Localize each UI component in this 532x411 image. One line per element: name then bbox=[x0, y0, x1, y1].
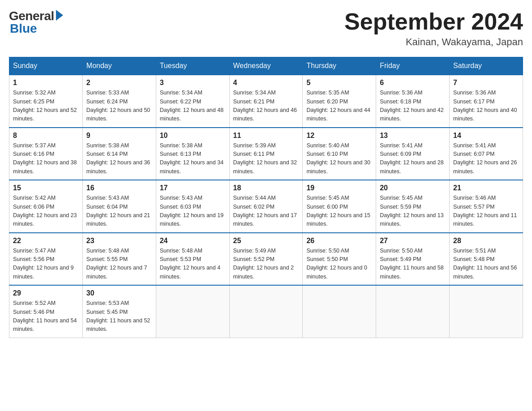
table-row bbox=[229, 285, 303, 338]
table-row: 7Sunrise: 5:36 AMSunset: 6:17 PMDaylight… bbox=[450, 75, 523, 128]
table-row: 14Sunrise: 5:41 AMSunset: 6:07 PMDayligh… bbox=[450, 128, 523, 180]
day-number: 25 bbox=[233, 237, 299, 245]
day-info: Sunrise: 5:48 AMSunset: 5:55 PMDaylight:… bbox=[86, 247, 152, 282]
table-row: 23Sunrise: 5:48 AMSunset: 5:55 PMDayligh… bbox=[82, 233, 156, 286]
calendar-week-row: 29Sunrise: 5:52 AMSunset: 5:46 PMDayligh… bbox=[9, 285, 523, 338]
day-number: 5 bbox=[306, 79, 372, 87]
day-info: Sunrise: 5:43 AMSunset: 6:04 PMDaylight:… bbox=[86, 194, 152, 229]
day-number: 28 bbox=[453, 237, 519, 245]
day-info: Sunrise: 5:43 AMSunset: 6:03 PMDaylight:… bbox=[160, 194, 226, 229]
day-number: 14 bbox=[453, 132, 519, 140]
table-row: 22Sunrise: 5:47 AMSunset: 5:56 PMDayligh… bbox=[9, 233, 83, 286]
table-row: 13Sunrise: 5:41 AMSunset: 6:09 PMDayligh… bbox=[376, 128, 450, 180]
day-info: Sunrise: 5:40 AMSunset: 6:10 PMDaylight:… bbox=[306, 141, 372, 176]
day-number: 10 bbox=[160, 132, 226, 140]
table-row: 10Sunrise: 5:38 AMSunset: 6:13 PMDayligh… bbox=[156, 128, 229, 180]
table-row: 17Sunrise: 5:43 AMSunset: 6:03 PMDayligh… bbox=[156, 180, 229, 233]
month-title: September 2024 bbox=[344, 9, 523, 34]
day-number: 21 bbox=[453, 184, 519, 192]
table-row: 12Sunrise: 5:40 AMSunset: 6:10 PMDayligh… bbox=[303, 128, 376, 180]
day-number: 15 bbox=[13, 184, 79, 192]
table-row: 18Sunrise: 5:44 AMSunset: 6:02 PMDayligh… bbox=[229, 180, 303, 233]
table-row bbox=[450, 285, 523, 338]
day-number: 13 bbox=[380, 132, 446, 140]
day-number: 2 bbox=[86, 79, 152, 87]
day-info: Sunrise: 5:35 AMSunset: 6:20 PMDaylight:… bbox=[306, 89, 372, 124]
day-info: Sunrise: 5:50 AMSunset: 5:50 PMDaylight:… bbox=[306, 247, 372, 282]
table-row: 1Sunrise: 5:32 AMSunset: 6:25 PMDaylight… bbox=[9, 75, 83, 128]
table-row: 2Sunrise: 5:33 AMSunset: 6:24 PMDaylight… bbox=[82, 75, 156, 128]
table-row: 25Sunrise: 5:49 AMSunset: 5:52 PMDayligh… bbox=[229, 233, 303, 286]
table-row: 20Sunrise: 5:45 AMSunset: 5:59 PMDayligh… bbox=[376, 180, 450, 233]
day-info: Sunrise: 5:52 AMSunset: 5:46 PMDaylight:… bbox=[13, 299, 79, 334]
table-row: 5Sunrise: 5:35 AMSunset: 6:20 PMDaylight… bbox=[303, 75, 376, 128]
day-info: Sunrise: 5:38 AMSunset: 6:14 PMDaylight:… bbox=[86, 141, 152, 176]
calendar-week-row: 22Sunrise: 5:47 AMSunset: 5:56 PMDayligh… bbox=[9, 233, 523, 286]
day-info: Sunrise: 5:34 AMSunset: 6:22 PMDaylight:… bbox=[160, 89, 226, 124]
col-wednesday: Wednesday bbox=[229, 57, 303, 75]
table-row bbox=[156, 285, 229, 338]
day-number: 24 bbox=[160, 237, 226, 245]
day-info: Sunrise: 5:51 AMSunset: 5:48 PMDaylight:… bbox=[453, 247, 519, 282]
col-monday: Monday bbox=[82, 57, 156, 75]
col-friday: Friday bbox=[376, 57, 450, 75]
col-sunday: Sunday bbox=[9, 57, 83, 75]
col-thursday: Thursday bbox=[303, 57, 376, 75]
day-info: Sunrise: 5:48 AMSunset: 5:53 PMDaylight:… bbox=[160, 247, 226, 282]
table-row: 15Sunrise: 5:42 AMSunset: 6:06 PMDayligh… bbox=[9, 180, 83, 233]
day-number: 17 bbox=[160, 184, 226, 192]
calendar-header-row: Sunday Monday Tuesday Wednesday Thursday… bbox=[9, 57, 523, 75]
day-info: Sunrise: 5:50 AMSunset: 5:49 PMDaylight:… bbox=[380, 247, 446, 282]
day-number: 9 bbox=[86, 132, 152, 140]
day-number: 8 bbox=[13, 132, 79, 140]
day-info: Sunrise: 5:38 AMSunset: 6:13 PMDaylight:… bbox=[160, 141, 226, 176]
day-number: 26 bbox=[306, 237, 372, 245]
day-number: 20 bbox=[380, 184, 446, 192]
day-number: 1 bbox=[13, 79, 79, 87]
table-row: 4Sunrise: 5:34 AMSunset: 6:21 PMDaylight… bbox=[229, 75, 303, 128]
table-row: 9Sunrise: 5:38 AMSunset: 6:14 PMDaylight… bbox=[82, 128, 156, 180]
day-number: 3 bbox=[160, 79, 226, 87]
calendar-week-row: 15Sunrise: 5:42 AMSunset: 6:06 PMDayligh… bbox=[9, 180, 523, 233]
calendar-week-row: 1Sunrise: 5:32 AMSunset: 6:25 PMDaylight… bbox=[9, 75, 523, 128]
day-info: Sunrise: 5:42 AMSunset: 6:06 PMDaylight:… bbox=[13, 194, 79, 229]
day-number: 12 bbox=[306, 132, 372, 140]
day-info: Sunrise: 5:49 AMSunset: 5:52 PMDaylight:… bbox=[233, 247, 299, 282]
location-title: Kainan, Wakayama, Japan bbox=[344, 36, 523, 48]
day-number: 30 bbox=[86, 289, 152, 297]
day-number: 6 bbox=[380, 79, 446, 87]
logo: General Blue bbox=[9, 9, 63, 36]
day-number: 16 bbox=[86, 184, 152, 192]
day-number: 19 bbox=[306, 184, 372, 192]
table-row: 19Sunrise: 5:45 AMSunset: 6:00 PMDayligh… bbox=[303, 180, 376, 233]
day-info: Sunrise: 5:32 AMSunset: 6:25 PMDaylight:… bbox=[13, 89, 79, 124]
day-info: Sunrise: 5:34 AMSunset: 6:21 PMDaylight:… bbox=[233, 89, 299, 124]
day-number: 11 bbox=[233, 132, 299, 140]
day-info: Sunrise: 5:44 AMSunset: 6:02 PMDaylight:… bbox=[233, 194, 299, 229]
table-row: 16Sunrise: 5:43 AMSunset: 6:04 PMDayligh… bbox=[82, 180, 156, 233]
table-row: 6Sunrise: 5:36 AMSunset: 6:18 PMDaylight… bbox=[376, 75, 450, 128]
table-row: 21Sunrise: 5:46 AMSunset: 5:57 PMDayligh… bbox=[450, 180, 523, 233]
table-row bbox=[303, 285, 376, 338]
day-number: 18 bbox=[233, 184, 299, 192]
day-info: Sunrise: 5:36 AMSunset: 6:18 PMDaylight:… bbox=[380, 89, 446, 124]
day-info: Sunrise: 5:47 AMSunset: 5:56 PMDaylight:… bbox=[13, 247, 79, 282]
page-header: General Blue September 2024 Kainan, Waka… bbox=[9, 9, 523, 48]
day-info: Sunrise: 5:46 AMSunset: 5:57 PMDaylight:… bbox=[453, 194, 519, 229]
day-number: 22 bbox=[13, 237, 79, 245]
calendar-table: Sunday Monday Tuesday Wednesday Thursday… bbox=[9, 57, 523, 338]
table-row: 11Sunrise: 5:39 AMSunset: 6:11 PMDayligh… bbox=[229, 128, 303, 180]
logo-blue-text: Blue bbox=[10, 21, 37, 36]
table-row: 28Sunrise: 5:51 AMSunset: 5:48 PMDayligh… bbox=[450, 233, 523, 286]
table-row: 29Sunrise: 5:52 AMSunset: 5:46 PMDayligh… bbox=[9, 285, 83, 338]
day-info: Sunrise: 5:41 AMSunset: 6:09 PMDaylight:… bbox=[380, 141, 446, 176]
day-number: 27 bbox=[380, 237, 446, 245]
day-info: Sunrise: 5:45 AMSunset: 6:00 PMDaylight:… bbox=[306, 194, 372, 229]
day-info: Sunrise: 5:36 AMSunset: 6:17 PMDaylight:… bbox=[453, 89, 519, 124]
day-info: Sunrise: 5:33 AMSunset: 6:24 PMDaylight:… bbox=[86, 89, 152, 124]
table-row: 8Sunrise: 5:37 AMSunset: 6:16 PMDaylight… bbox=[9, 128, 83, 180]
table-row bbox=[376, 285, 450, 338]
col-saturday: Saturday bbox=[450, 57, 523, 75]
table-row: 30Sunrise: 5:53 AMSunset: 5:45 PMDayligh… bbox=[82, 285, 156, 338]
day-info: Sunrise: 5:41 AMSunset: 6:07 PMDaylight:… bbox=[453, 141, 519, 176]
